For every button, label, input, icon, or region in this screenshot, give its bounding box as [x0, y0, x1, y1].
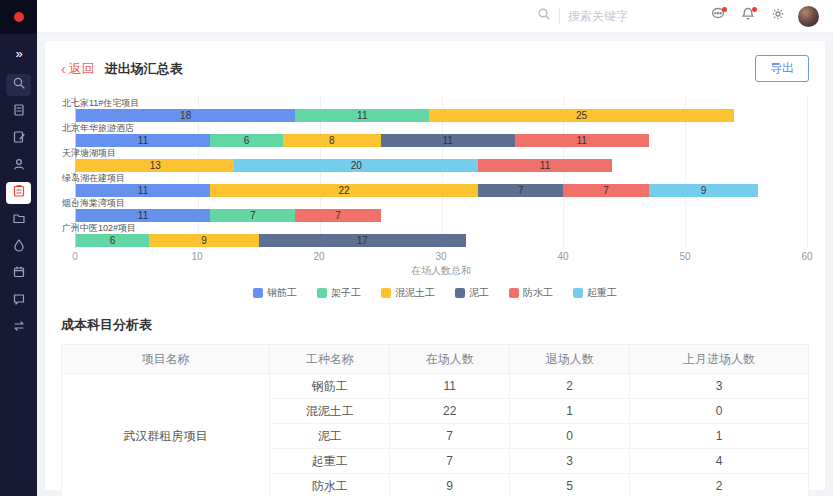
legend-label: 钢筋工: [267, 286, 297, 300]
bar-segment[interactable]: 22: [210, 184, 478, 197]
x-tick-label: 20: [313, 251, 324, 262]
stacked-bar: 1177: [76, 209, 807, 222]
search-input[interactable]: [568, 9, 658, 23]
content-card: ‹ 返回 进出场汇总表 导出 北七家11#住宅项目181125北京年华旅游酒店1…: [45, 41, 825, 490]
expand-icon[interactable]: »: [15, 46, 21, 61]
table-cell: 9: [390, 474, 510, 496]
legend-item[interactable]: 混泥土工: [381, 286, 435, 300]
folder-icon: [12, 211, 26, 229]
bar-group: 北京年华旅游酒店11681111: [76, 123, 807, 148]
table-cell: 起重工: [270, 449, 390, 474]
bar-segment[interactable]: 6: [76, 234, 149, 247]
message-button[interactable]: [708, 6, 728, 26]
stacked-bar: 6917: [76, 234, 807, 247]
bar-segment[interactable]: 11: [76, 134, 210, 147]
app-logo[interactable]: [0, 0, 37, 34]
bar-segment[interactable]: 7: [478, 184, 563, 197]
legend-label: 混泥土工: [395, 286, 435, 300]
table-cell: 2: [630, 474, 809, 496]
bar-segment[interactable]: 7: [210, 209, 295, 222]
table-cell: 0: [510, 424, 630, 449]
legend-item[interactable]: 钢筋工: [253, 286, 297, 300]
bar-segment[interactable]: 11: [76, 184, 210, 197]
category-label: 天津塘湖项目: [62, 148, 793, 158]
top-bar: [37, 0, 833, 33]
sidebar-item-user[interactable]: [6, 155, 31, 177]
global-search[interactable]: [537, 7, 658, 25]
x-tick-label: 30: [435, 251, 446, 262]
search-icon: [537, 7, 551, 25]
stacked-bar: 11681111: [76, 134, 807, 147]
document-edit-icon: [12, 130, 26, 148]
bar-segment[interactable]: 9: [649, 184, 759, 197]
table-row: 武汉群租房项目钢筋工1123: [62, 374, 809, 399]
transfer-icon: [12, 319, 26, 337]
legend-label: 泥工: [469, 286, 489, 300]
table-cell: 0: [630, 399, 809, 424]
bar-segment[interactable]: 11: [76, 209, 210, 222]
table-cell: 3: [510, 449, 630, 474]
legend-item[interactable]: 起重工: [573, 286, 617, 300]
sidebar-item-attendance[interactable]: [6, 182, 31, 204]
bar-segment[interactable]: 18: [76, 109, 295, 122]
bar-segment[interactable]: 11: [478, 159, 612, 172]
cost-analysis-table: 项目名称工种名称在场人数退场人数上月进场人数 武汉群租房项目钢筋工1123混泥土…: [61, 344, 809, 496]
legend-item[interactable]: 架子工: [317, 286, 361, 300]
sidebar-item-search[interactable]: [6, 74, 31, 96]
water-drop-icon: [12, 238, 26, 256]
settings-button[interactable]: [768, 6, 788, 26]
stacked-bar-chart: 北七家11#住宅项目181125北京年华旅游酒店11681111天津塘湖项目13…: [61, 96, 809, 300]
table-cell: 2: [510, 374, 630, 399]
table-cell: 22: [390, 399, 510, 424]
category-label: 北京年华旅游酒店: [62, 123, 793, 133]
legend-item[interactable]: 泥工: [455, 286, 489, 300]
table-cell: 4: [630, 449, 809, 474]
bar-segment[interactable]: 25: [429, 109, 734, 122]
table-cell: 钢筋工: [270, 374, 390, 399]
sidebar-item-transfer[interactable]: [6, 317, 31, 339]
sidebar-item-calendar[interactable]: [6, 263, 31, 285]
bar-segment[interactable]: 17: [259, 234, 466, 247]
bar-segment[interactable]: 20: [234, 159, 478, 172]
bar-segment[interactable]: 11: [295, 109, 429, 122]
notifications-button[interactable]: [738, 6, 758, 26]
notification-dot: [722, 7, 727, 12]
page-title: 进出场汇总表: [105, 60, 183, 78]
search-icon: [12, 76, 26, 94]
x-tick-label: 40: [557, 251, 568, 262]
back-button[interactable]: ‹ 返回: [61, 60, 95, 78]
user-avatar[interactable]: [798, 6, 819, 27]
x-tick-label: 0: [72, 251, 78, 262]
sidebar-item-document[interactable]: [6, 101, 31, 123]
table-cell: 5: [510, 474, 630, 496]
column-header: 项目名称: [62, 345, 270, 374]
calendar-icon: [12, 265, 26, 283]
bar-segment[interactable]: 7: [563, 184, 648, 197]
bar-segment[interactable]: 9: [149, 234, 259, 247]
legend-item[interactable]: 防水工: [509, 286, 553, 300]
sidebar-item-message[interactable]: [6, 290, 31, 312]
table-cell: 泥工: [270, 424, 390, 449]
sidebar: »: [0, 0, 37, 496]
legend-label: 架子工: [331, 286, 361, 300]
page-header: ‹ 返回 进出场汇总表 导出: [61, 55, 809, 82]
bar-segment[interactable]: 8: [283, 134, 380, 147]
bar-segment[interactable]: 11: [515, 134, 649, 147]
legend-label: 起重工: [587, 286, 617, 300]
bar-segment[interactable]: 13: [76, 159, 234, 172]
table-cell: 11: [390, 374, 510, 399]
sidebar-item-folder[interactable]: [6, 209, 31, 231]
sidebar-item-document-edit[interactable]: [6, 128, 31, 150]
bar-group: 广州中医102#项目6917: [76, 223, 807, 248]
export-button[interactable]: 导出: [755, 55, 809, 82]
chevron-left-icon: ‹: [61, 61, 66, 77]
table-cell: 防水工: [270, 474, 390, 496]
bar-segment[interactable]: 6: [210, 134, 283, 147]
category-label: 绿岛湖在建项目: [62, 173, 793, 183]
sidebar-item-water[interactable]: [6, 236, 31, 258]
category-label: 烟台海棠湾项目: [62, 198, 793, 208]
bar-segment[interactable]: 11: [381, 134, 515, 147]
bar-segment[interactable]: 7: [295, 209, 380, 222]
x-tick-label: 50: [679, 251, 690, 262]
main-area: ‹ 返回 进出场汇总表 导出 北七家11#住宅项目181125北京年华旅游酒店1…: [37, 33, 833, 496]
